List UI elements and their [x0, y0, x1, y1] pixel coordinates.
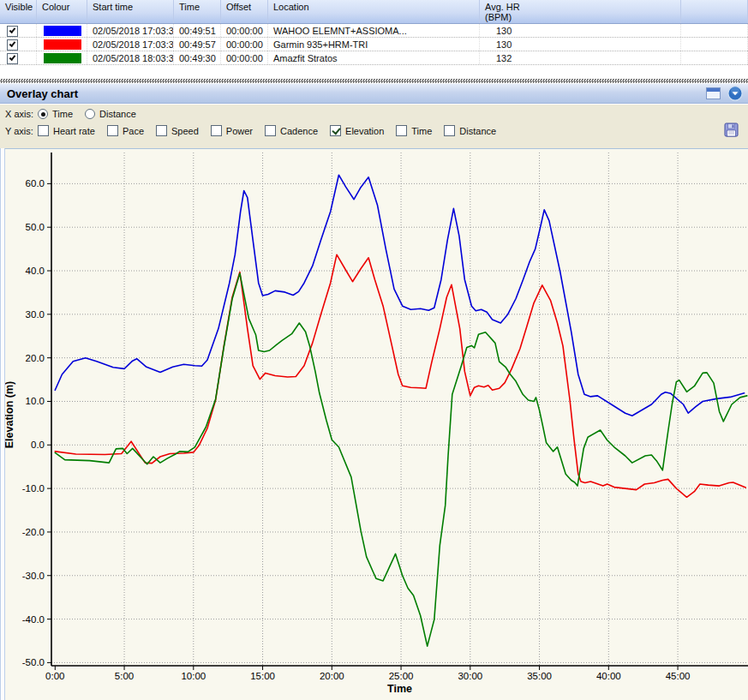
option-label: Time — [52, 109, 73, 119]
filler-cell — [681, 51, 748, 64]
table-row[interactable]: 02/05/2018 17:03:3400:49:5700:00:00Garmi… — [0, 38, 748, 51]
avg-hr-cell: 132 — [480, 51, 681, 64]
overlay-chart-titlebar: Overlay chart — [0, 83, 748, 104]
option-label: Speed — [171, 126, 199, 136]
radio-icon[interactable] — [85, 109, 95, 119]
overlay-chart-title: Overlay chart — [0, 87, 78, 100]
x-axis-label: X axis: — [5, 109, 38, 119]
y-axis-option-distance[interactable]: Distance — [444, 125, 496, 136]
time-cell: 00:49:51 — [174, 24, 221, 37]
option-label: Power — [226, 126, 253, 136]
option-label: Cadence — [280, 126, 318, 136]
window-icon[interactable] — [706, 87, 721, 101]
option-label: Elevation — [345, 126, 384, 136]
start-time-cell: 02/05/2018 17:03:34 — [87, 24, 174, 37]
offset-cell: 00:00:00 — [221, 24, 268, 37]
x-axis-option-distance[interactable]: Distance — [85, 109, 136, 119]
table-row[interactable]: 02/05/2018 17:03:3400:49:5100:00:00WAHOO… — [0, 24, 748, 38]
colour-swatch[interactable] — [44, 26, 81, 36]
location-cell: WAHOO ELEMNT+ASSIOMA... — [268, 24, 480, 37]
column-header-time[interactable]: Time — [174, 0, 221, 23]
y-tick-label: 60.0 — [26, 178, 45, 188]
table-row[interactable]: 02/05/2018 18:03:3400:49:3000:00:00Amazf… — [0, 51, 748, 65]
y-axis-label: Y axis: — [5, 126, 38, 136]
x-tick-label: 45:00 — [666, 671, 691, 681]
y-axis-row: Y axis: Heart ratePaceSpeedPowerCadenceE… — [5, 125, 508, 136]
visible-checkbox[interactable] — [7, 26, 18, 37]
x-tick-label: 20:00 — [320, 671, 344, 681]
time-cell: 00:49:30 — [174, 51, 221, 64]
option-label: Distance — [99, 109, 136, 119]
activities-table: VisibleColourStart timeTimeOffsetLocatio… — [0, 0, 748, 79]
x-tick-label: 25:00 — [389, 671, 414, 681]
x-tick-label: 35:00 — [527, 671, 552, 681]
y-axis-option-power[interactable]: Power — [211, 125, 253, 136]
save-icon[interactable] — [724, 123, 739, 137]
checkbox-icon[interactable] — [107, 125, 118, 136]
filler-cell — [681, 24, 748, 37]
y-tick-label: -50.0 — [22, 657, 45, 667]
y-tick-label: -20.0 — [22, 527, 45, 537]
x-axis-option-time[interactable]: Time — [38, 109, 73, 119]
column-header-location[interactable]: Location — [268, 0, 480, 23]
start-time-cell: 02/05/2018 17:03:34 — [87, 38, 174, 51]
column-header-avg_hr[interactable]: Avg. HR(BPM) — [480, 0, 681, 23]
visible-checkbox[interactable] — [7, 53, 18, 64]
x-tick-label: 30:00 — [458, 671, 482, 681]
column-header-visible[interactable]: Visible — [0, 0, 37, 23]
checkbox-icon[interactable] — [330, 125, 341, 136]
colour-swatch[interactable] — [44, 39, 81, 50]
start-time-cell: 02/05/2018 18:03:34 — [87, 51, 174, 64]
checkbox-icon[interactable] — [156, 125, 167, 136]
y-tick-label: 50.0 — [26, 222, 45, 232]
x-tick-label: 10:00 — [181, 671, 206, 681]
y-axis-option-pace[interactable]: Pace — [107, 125, 144, 136]
panel-left-border — [0, 148, 5, 700]
x-tick-label: 15:00 — [250, 671, 275, 681]
y-axis-option-speed[interactable]: Speed — [156, 125, 199, 136]
column-header-start_time[interactable]: Start time — [87, 0, 174, 23]
option-label: Pace — [123, 126, 144, 136]
option-label: Heart rate — [53, 126, 95, 136]
checkbox-icon[interactable] — [265, 125, 276, 136]
overlay-chart-area: 60.050.040.030.020.010.00.0-10.0-20.0-30… — [0, 148, 748, 700]
checkbox-icon[interactable] — [211, 125, 222, 136]
y-axis-option-time[interactable]: Time — [396, 125, 432, 136]
overlay-chart-svg: 60.050.040.030.020.010.00.0-10.0-20.0-30… — [0, 149, 748, 700]
y-tick-label: 30.0 — [26, 309, 45, 320]
y-tick-label: -10.0 — [22, 483, 45, 494]
y-tick-label: 40.0 — [26, 266, 45, 276]
filler-cell — [681, 38, 748, 51]
column-header-colour[interactable]: Colour — [37, 0, 87, 23]
offset-cell: 00:00:00 — [221, 38, 268, 51]
checkbox-icon[interactable] — [444, 125, 455, 136]
y-axis-title: Elevation (m) — [3, 381, 15, 449]
x-tick-label: 0:00 — [45, 671, 64, 681]
x-tick-label: 40:00 — [596, 671, 621, 681]
option-label: Time — [411, 126, 432, 136]
y-tick-label: 10.0 — [26, 396, 45, 406]
y-axis-option-heart-rate[interactable]: Heart rate — [38, 125, 95, 136]
x-axis-title: Time — [387, 683, 412, 695]
checkbox-icon[interactable] — [38, 125, 49, 136]
column-header-offset[interactable]: Offset — [221, 0, 268, 23]
avg-hr-cell: 130 — [480, 38, 681, 51]
table-header-row: VisibleColourStart timeTimeOffsetLocatio… — [0, 0, 748, 24]
time-cell: 00:49:57 — [174, 38, 221, 51]
location-cell: Garmin 935+HRM-TRI — [268, 38, 480, 51]
checkbox-icon[interactable] — [396, 125, 407, 136]
y-axis-option-cadence[interactable]: Cadence — [265, 125, 318, 136]
avg-hr-cell: 130 — [480, 24, 681, 37]
chart-controls: X axis: TimeDistance Y axis: Heart rateP… — [0, 105, 748, 148]
radio-icon[interactable] — [38, 109, 48, 119]
x-tick-label: 5:00 — [115, 671, 134, 681]
column-header-filler[interactable] — [681, 0, 748, 23]
y-tick-label: -30.0 — [22, 571, 45, 581]
visible-checkbox[interactable] — [7, 39, 18, 51]
option-label: Distance — [459, 126, 496, 136]
location-cell: Amazfit Stratos — [268, 51, 480, 64]
table-body: 02/05/2018 17:03:3400:49:5100:00:00WAHOO… — [0, 24, 748, 65]
collapse-circle-icon[interactable] — [727, 86, 743, 103]
y-axis-option-elevation[interactable]: Elevation — [330, 125, 384, 136]
colour-swatch[interactable] — [44, 53, 81, 63]
